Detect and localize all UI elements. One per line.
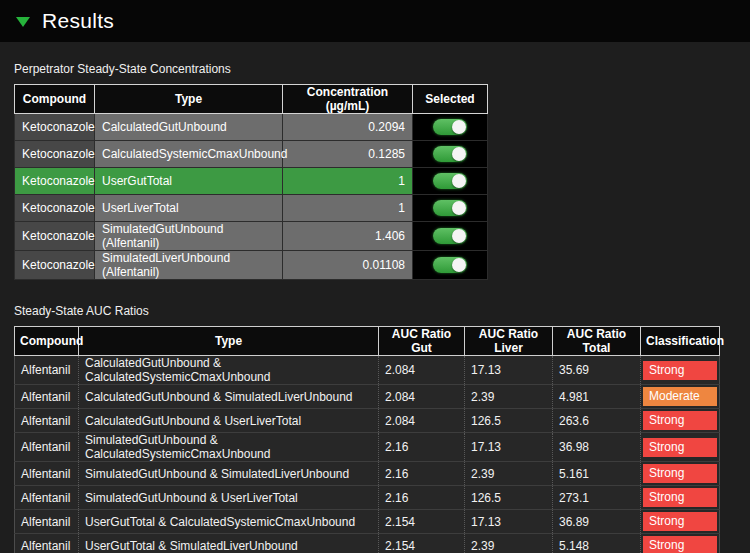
compound-cell: Alfentanil [15, 510, 79, 534]
concentrations-table-body: KetoconazoleCalculatedGutUnbound0.2094Ke… [15, 114, 488, 280]
classification-badge: Strong [643, 536, 717, 553]
concentration-row[interactable]: KetoconazoleUserLiverTotal1 [15, 195, 488, 222]
auc-ratio-liver-cell: 2.39 [465, 385, 553, 409]
auc-ratio-liver-cell: 126.5 [465, 486, 553, 510]
classification-badge: Strong [643, 512, 717, 531]
auc-row[interactable]: AlfentanilCalculatedGutUnbound & Calcula… [15, 356, 720, 385]
classification-badge: Strong [643, 411, 717, 430]
compound-cell: Alfentanil [15, 534, 79, 553]
concentration-cell: 1 [283, 195, 413, 222]
classification-cell: Strong [641, 534, 720, 553]
concentration-row[interactable]: KetoconazoleSimulatedLiverUnbound (Alfen… [15, 251, 488, 280]
compound-cell: Alfentanil [15, 409, 79, 433]
type-cell: UserLiverTotal [95, 195, 283, 222]
auc-ratio-total-cell: 5.148 [553, 534, 641, 553]
concentration-row[interactable]: KetoconazoleCalculatedSystemicCmaxUnboun… [15, 141, 488, 168]
results-panel: Results Perpetrator Steady-State Concent… [0, 0, 750, 553]
concentrations-column-header-0: Compound [15, 85, 95, 114]
auc-ratio-total-cell: 263.6 [553, 409, 641, 433]
auc-ratio-gut-cell: 2.084 [379, 356, 465, 385]
auc-table-body: AlfentanilCalculatedGutUnbound & Calcula… [15, 356, 720, 553]
auc-ratio-liver-cell: 17.13 [465, 510, 553, 534]
auc-ratio-gut-cell: 2.084 [379, 385, 465, 409]
auc-ratio-total-cell: 4.981 [553, 385, 641, 409]
auc-ratio-gut-cell: 2.084 [379, 409, 465, 433]
auc-column-header-5: Classification [641, 327, 720, 356]
concentrations-column-header-3: Selected [413, 85, 488, 114]
classification-cell: Strong [641, 409, 720, 433]
concentration-cell: 1 [283, 168, 413, 195]
selected-cell [413, 222, 488, 251]
auc-row[interactable]: AlfentanilSimulatedGutUnbound & UserLive… [15, 486, 720, 510]
type-cell: CalculatedGutUnbound & UserLiverTotal [79, 409, 379, 433]
auc-ratio-total-cell: 35.69 [553, 356, 641, 385]
selected-cell [413, 141, 488, 168]
concentrations-table: CompoundTypeConcentration (µg/mL)Selecte… [14, 84, 488, 280]
classification-badge: Moderate [643, 387, 717, 406]
compound-cell: Alfentanil [15, 486, 79, 510]
auc-ratio-gut-cell: 2.16 [379, 433, 465, 462]
auc-ratios-table: CompoundTypeAUC Ratio GutAUC Ratio Liver… [14, 326, 720, 553]
classification-cell: Strong [641, 510, 720, 534]
auc-row[interactable]: AlfentanilCalculatedGutUnbound & UserLiv… [15, 409, 720, 433]
selected-toggle[interactable] [433, 119, 467, 135]
auc-ratio-total-cell: 36.89 [553, 510, 641, 534]
compound-cell: Alfentanil [15, 385, 79, 409]
classification-cell: Strong [641, 462, 720, 486]
triangle-down-icon[interactable] [16, 17, 30, 27]
classification-badge: Strong [643, 464, 717, 483]
concentration-row[interactable]: KetoconazoleSimulatedGutUnbound (Alfenta… [15, 222, 488, 251]
concentration-cell: 0.01108 [283, 251, 413, 280]
results-content: Perpetrator Steady-State Concentrations … [0, 42, 750, 553]
compound-cell: Alfentanil [15, 462, 79, 486]
concentration-row[interactable]: KetoconazoleCalculatedGutUnbound0.2094 [15, 114, 488, 141]
concentration-cell: 1.406 [283, 222, 413, 251]
compound-cell: Ketoconazole [15, 195, 95, 222]
classification-badge: Strong [643, 361, 717, 380]
auc-ratio-liver-cell: 126.5 [465, 409, 553, 433]
type-cell: SimulatedGutUnbound (Alfentanil) [95, 222, 283, 251]
auc-column-header-1: Type [79, 327, 379, 356]
concentration-row[interactable]: KetoconazoleUserGutTotal1 [15, 168, 488, 195]
compound-cell: Alfentanil [15, 433, 79, 462]
auc-header-row: CompoundTypeAUC Ratio GutAUC Ratio Liver… [15, 327, 720, 356]
selected-cell [413, 114, 488, 141]
auc-ratio-gut-cell: 2.16 [379, 462, 465, 486]
selected-cell [413, 251, 488, 280]
selected-toggle[interactable] [433, 173, 467, 189]
compound-cell: Ketoconazole [15, 114, 95, 141]
compound-cell: Ketoconazole [15, 251, 95, 280]
auc-column-header-3: AUC Ratio Liver [465, 327, 553, 356]
auc-column-header-0: Compound [15, 327, 79, 356]
concentrations-header-row: CompoundTypeConcentration (µg/mL)Selecte… [15, 85, 488, 114]
auc-ratio-total-cell: 273.1 [553, 486, 641, 510]
auc-row[interactable]: AlfentanilCalculatedGutUnbound & Simulat… [15, 385, 720, 409]
concentration-cell: 0.1285 [283, 141, 413, 168]
type-cell: CalculatedSystemicCmaxUnbound [95, 141, 283, 168]
selected-toggle[interactable] [433, 146, 467, 162]
selected-cell [413, 195, 488, 222]
type-cell: SimulatedGutUnbound & UserLiverTotal [79, 486, 379, 510]
auc-column-header-2: AUC Ratio Gut [379, 327, 465, 356]
classification-badge: Strong [643, 438, 717, 457]
auc-ratio-gut-cell: 2.16 [379, 486, 465, 510]
type-cell: CalculatedGutUnbound & SimulatedLiverUnb… [79, 385, 379, 409]
auc-row[interactable]: AlfentanilSimulatedGutUnbound & Calculat… [15, 433, 720, 462]
type-cell: CalculatedGutUnbound [95, 114, 283, 141]
type-cell: UserGutTotal & SimulatedLiverUnbound [79, 534, 379, 553]
selected-toggle[interactable] [433, 228, 467, 244]
selected-toggle[interactable] [433, 200, 467, 216]
concentrations-column-header-1: Type [95, 85, 283, 114]
auc-row[interactable]: AlfentanilUserGutTotal & CalculatedSyste… [15, 510, 720, 534]
auc-ratio-total-cell: 5.161 [553, 462, 641, 486]
auc-ratio-gut-cell: 2.154 [379, 534, 465, 553]
concentrations-section-title: Perpetrator Steady-State Concentrations [14, 62, 736, 76]
selected-toggle[interactable] [433, 257, 467, 273]
auc-row[interactable]: AlfentanilUserGutTotal & SimulatedLiverU… [15, 534, 720, 553]
results-header: Results [0, 0, 750, 42]
concentration-cell: 0.2094 [283, 114, 413, 141]
compound-cell: Alfentanil [15, 356, 79, 385]
auc-row[interactable]: AlfentanilSimulatedGutUnbound & Simulate… [15, 462, 720, 486]
type-cell: SimulatedLiverUnbound (Alfentanil) [95, 251, 283, 280]
auc-column-header-4: AUC Ratio Total [553, 327, 641, 356]
